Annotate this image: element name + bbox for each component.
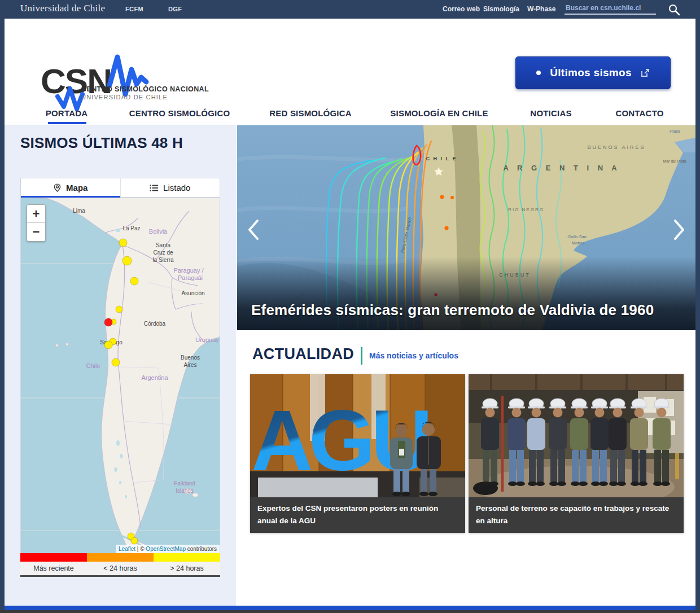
attrib-sep: | © <box>135 546 146 552</box>
news-caption-capacitacion: Personal de terreno se capacitó en traba… <box>469 497 684 533</box>
svg-text:Asunción: Asunción <box>181 290 204 296</box>
legend-color-bar <box>20 553 220 562</box>
svg-text:Falkland: Falkland <box>174 480 195 487</box>
svg-text:BUENOS AIRES: BUENOS AIRES <box>587 145 645 150</box>
tab-mapa-label: Mapa <box>66 183 88 192</box>
ultimos-sismos-button[interactable]: Últimos sismos <box>515 56 671 89</box>
nav-noticias[interactable]: NOTICIAS <box>530 108 571 118</box>
legend-label-lt24: < 24 horas <box>87 562 154 575</box>
external-link-icon <box>641 68 650 77</box>
south-america-map: LimaLa PazBoliviaSantaCruz dela SierraPa… <box>21 198 220 553</box>
top-utility-bar: Universidad de Chile FCFM DGF Correo web… <box>0 0 700 19</box>
svg-text:Cruz de: Cruz de <box>153 249 173 256</box>
caption-gradient <box>237 257 695 330</box>
carousel-headline[interactable]: Efemérides sísmicas: gran terremoto de V… <box>251 301 654 319</box>
tab-listado-label: Listado <box>163 183 190 192</box>
footer-blue-strip <box>5 606 695 610</box>
zoom-out-button[interactable]: − <box>27 223 45 241</box>
nav-centro-sismologico[interactable]: CENTRO SISMOLÓGICO <box>129 108 230 118</box>
svg-text:C H I L E: C H I L E <box>426 156 457 161</box>
correo-web-link[interactable]: Correo web <box>443 5 480 13</box>
zoom-in-button[interactable]: + <box>27 205 45 223</box>
bullet-dot-icon <box>536 71 541 75</box>
dgf-link[interactable]: DGF <box>168 6 182 12</box>
news-card-capacitacion[interactable]: Personal de terreno se capacitó en traba… <box>469 374 684 533</box>
legend-labels: Más reciente < 24 horas > 24 horas <box>20 562 220 577</box>
hero-carousel: A R G E N T I N ABUENOS AIRESPlataMar de… <box>237 125 695 330</box>
site-header: CSN CENTRO SISMOLÓGICO NACIONAL UNIVERSI… <box>5 19 695 125</box>
leaflet-map[interactable]: LimaLa PazBoliviaSantaCruz dela SierraPa… <box>20 198 220 553</box>
search-field-wrap <box>565 2 656 15</box>
attrib-suffix: contributors <box>186 546 217 552</box>
svg-text:Santa: Santa <box>156 242 171 248</box>
svg-text:Matías: Matías <box>572 240 585 246</box>
nav-portada[interactable]: PORTADA <box>46 108 88 118</box>
svg-text:A R G E N T I N A: A R G E N T I N A <box>503 164 620 172</box>
logo-tagline-1: CENTRO SISMOLÓGICO NACIONAL <box>81 85 209 93</box>
news-caption-agu: Expertos del CSN presentaron posters en … <box>250 497 465 533</box>
svg-text:la Sierra: la Sierra <box>152 257 174 263</box>
active-nav-indicator <box>48 122 86 124</box>
osm-link[interactable]: OpenStreetMap <box>146 546 186 552</box>
leaflet-link[interactable]: Leaflet <box>119 546 135 552</box>
map-pin-icon <box>53 183 62 192</box>
nav-sismologia-en-chile[interactable]: SISMOLOGÍA EN CHILE <box>390 108 488 118</box>
news-image-agu: AGU <box>250 374 465 497</box>
svg-text:Córdoba: Córdoba <box>144 321 166 327</box>
svg-text:Paraguái: Paraguái <box>178 274 203 281</box>
legend-swatch-lt24 <box>87 553 154 562</box>
sidebar-title: SISMOS ÚLTIMAS 48 H <box>20 134 183 152</box>
svg-text:Islands: Islands <box>176 488 194 494</box>
legend-label-recent: Más reciente <box>20 562 87 575</box>
carousel-prev-icon[interactable] <box>246 218 261 241</box>
wphase-link[interactable]: W-Phase <box>527 5 555 13</box>
svg-text:RIO NEGRO: RIO NEGRO <box>508 207 544 212</box>
nav-contacto[interactable]: CONTACTO <box>615 108 663 118</box>
svg-text:Aires: Aires <box>184 362 197 368</box>
svg-text:Buenos: Buenos <box>181 354 200 361</box>
svg-text:Chile: Chile <box>86 362 100 369</box>
csn-homepage: Universidad de Chile FCFM DGF Correo web… <box>0 0 700 613</box>
legend-swatch-gt24 <box>154 553 220 562</box>
ultimos-sismos-label: Últimos sismos <box>550 67 632 79</box>
tab-mapa[interactable]: Mapa <box>21 178 120 197</box>
zoom-control: + − <box>27 204 46 242</box>
list-icon <box>150 184 159 192</box>
svg-text:Argentina: Argentina <box>141 374 168 381</box>
more-news-link[interactable]: Más noticias y artículos <box>369 351 458 360</box>
svg-text:La Paz: La Paz <box>123 225 140 231</box>
legend-label-gt24: > 24 horas <box>154 562 220 575</box>
svg-text:Mar del Plata: Mar del Plata <box>663 159 686 163</box>
legend-swatch-recent <box>20 553 87 562</box>
nav-red-sismologica[interactable]: RED SISMOLÓGICA <box>269 108 352 118</box>
svg-text:Uruguay: Uruguay <box>195 336 219 343</box>
tab-listado[interactable]: Listado <box>120 178 220 197</box>
news-card-agu[interactable]: AGU Expertos del CSN presentaron posters… <box>250 374 465 533</box>
map-attribution: Leaflet | © OpenStreetMap contributors <box>116 545 220 553</box>
logo-tagline-2: UNIVERSIDAD DE CHILE <box>81 94 168 100</box>
svg-text:Paraguay /: Paraguay / <box>173 267 204 274</box>
map-list-tabs: Mapa Listado <box>20 178 220 198</box>
svg-text:Golfo San: Golfo San <box>567 234 586 239</box>
news-image-capacitacion <box>469 374 684 497</box>
search-input[interactable] <box>565 2 656 15</box>
sismologia-link[interactable]: Sismología <box>483 5 519 13</box>
svg-text:Lima: Lima <box>73 208 85 214</box>
heading-divider <box>361 347 362 365</box>
csn-logo[interactable]: CSN <box>37 52 207 115</box>
footer-dark-strip <box>0 610 700 613</box>
carousel-next-icon[interactable] <box>672 218 686 241</box>
search-icon[interactable] <box>667 3 681 16</box>
fcfm-link[interactable]: FCFM <box>125 6 143 12</box>
actualidad-heading: ACTUALIDAD <box>252 345 354 363</box>
uchile-brand-link[interactable]: Universidad de Chile <box>20 3 105 14</box>
svg-text:Bolivia: Bolivia <box>149 228 168 235</box>
svg-text:Plata: Plata <box>670 129 680 134</box>
